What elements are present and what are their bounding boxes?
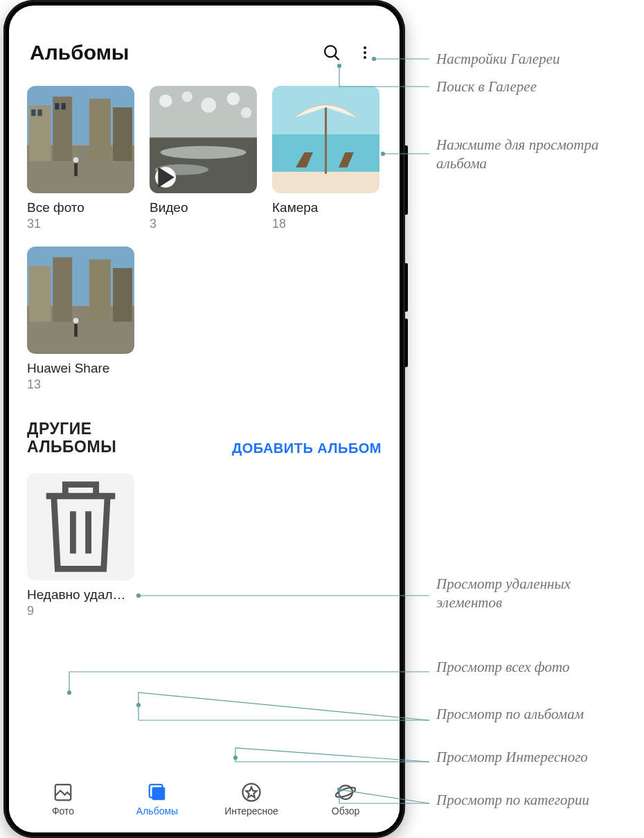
svg-point-0	[325, 46, 336, 57]
section-title: ДРУГИЕ АЛЬБОМЫ	[27, 420, 116, 456]
volume-down-button	[405, 319, 408, 367]
svg-point-22	[227, 92, 240, 105]
section-title-line1: ДРУГИЕ	[27, 420, 92, 438]
svg-rect-34	[53, 258, 72, 322]
nav-photos[interactable]: Фото	[25, 782, 101, 817]
more-vertical-icon	[357, 44, 373, 61]
svg-rect-33	[29, 266, 51, 322]
callout-settings: Настройки Галереи	[436, 50, 637, 69]
svg-line-1	[334, 55, 339, 60]
screen: Альбомы	[9, 6, 400, 832]
callout-view-album: Нажмите для просмотра альбома	[436, 136, 637, 174]
svg-point-21	[201, 98, 216, 113]
albums-row: Huawei Share 13	[27, 247, 382, 392]
album-name: Камера	[272, 200, 379, 215]
svg-point-46	[335, 785, 356, 799]
callout-recently-deleted: Просмотр удаленных элементов	[436, 575, 637, 613]
nav-label: Фото	[52, 805, 74, 817]
svg-rect-11	[31, 109, 35, 116]
callout-photos-tab: Просмотр всех фото	[436, 658, 637, 677]
svg-marker-26	[158, 167, 175, 188]
svg-rect-9	[89, 99, 111, 161]
other-albums-header: ДРУГИЕ АЛЬБОМЫ ДОБАВИТЬ АЛЬБОМ	[9, 407, 400, 466]
nav-discover[interactable]: Интересное	[213, 782, 289, 817]
volume-up-button	[405, 263, 408, 312]
callout-discover-tab: Просмотр Интересного	[436, 748, 637, 767]
svg-point-23	[241, 107, 252, 118]
nav-label: Обзор	[332, 805, 359, 817]
search-icon	[322, 43, 341, 62]
svg-rect-35	[89, 260, 111, 322]
album-name: Все фото	[27, 200, 134, 215]
svg-point-38	[73, 318, 79, 323]
album-name: Видео	[150, 200, 257, 215]
nav-label: Альбомы	[136, 805, 178, 817]
svg-point-19	[159, 94, 172, 107]
callout-albums-tab: Просмотр по альбомам	[436, 705, 637, 724]
phone-frame: Альбомы	[3, 0, 405, 838]
album-count: 31	[27, 217, 134, 231]
album-all-photos[interactable]: Все фото 31	[27, 86, 134, 231]
add-album-button[interactable]: ДОБАВИТЬ АЛЬБОМ	[232, 440, 382, 456]
nav-label: Интересное	[224, 805, 278, 817]
albums-grid: Все фото 31	[9, 79, 400, 392]
planet-icon	[335, 782, 356, 803]
svg-point-2	[364, 46, 366, 49]
svg-rect-43	[152, 787, 166, 801]
svg-point-20	[182, 91, 193, 102]
svg-rect-10	[113, 107, 132, 161]
photo-icon	[53, 782, 73, 803]
side-button	[405, 145, 408, 215]
svg-rect-14	[62, 103, 66, 109]
play-badge	[155, 167, 176, 188]
trash-icon	[27, 473, 134, 580]
callout-browse-tab: Просмотр по категории	[436, 791, 637, 810]
svg-rect-29	[272, 172, 379, 193]
nav-browse[interactable]: Обзор	[307, 782, 384, 817]
albums-row: Недавно удал… 9	[27, 473, 382, 618]
svg-rect-37	[74, 324, 78, 337]
album-thumbnail	[272, 86, 379, 193]
svg-rect-36	[113, 268, 132, 322]
star-circle-icon	[241, 782, 262, 803]
svg-rect-12	[38, 109, 42, 116]
svg-point-16	[73, 157, 79, 163]
search-button[interactable]	[318, 39, 346, 66]
more-button[interactable]	[351, 39, 379, 66]
album-huawei-share[interactable]: Huawei Share 13	[27, 247, 134, 392]
nav-albums[interactable]: Альбомы	[119, 782, 195, 817]
album-thumbnail	[27, 247, 134, 354]
play-icon	[155, 167, 176, 188]
album-videos[interactable]: Видео 3	[150, 86, 257, 231]
svg-rect-17	[150, 86, 257, 137]
other-albums-grid: Недавно удал… 9	[9, 466, 400, 618]
album-thumbnail	[27, 473, 134, 580]
page-title: Альбомы	[30, 41, 312, 64]
albums-icon	[147, 782, 168, 803]
app-header: Альбомы	[9, 22, 400, 79]
album-name: Недавно удал…	[27, 587, 134, 603]
album-name: Huawei Share	[27, 361, 134, 376]
callout-search: Поиск в Галерее	[436, 78, 637, 96]
album-count: 13	[27, 377, 134, 392]
album-thumbnail	[150, 86, 257, 193]
album-count: 9	[27, 604, 134, 618]
svg-point-3	[364, 51, 366, 54]
svg-rect-15	[74, 163, 78, 177]
album-thumbnail	[27, 86, 134, 193]
album-camera[interactable]: Камера 18	[272, 86, 379, 231]
album-count: 18	[272, 217, 379, 231]
albums-row: Все фото 31	[27, 86, 382, 231]
bottom-nav: Фото Альбомы Интересное	[9, 773, 400, 832]
album-count: 3	[150, 217, 257, 231]
svg-point-24	[161, 146, 247, 159]
svg-rect-13	[55, 103, 59, 109]
svg-point-4	[364, 56, 366, 59]
album-recently-deleted[interactable]: Недавно удал… 9	[27, 473, 134, 618]
section-title-line2: АЛЬБОМЫ	[27, 438, 116, 456]
